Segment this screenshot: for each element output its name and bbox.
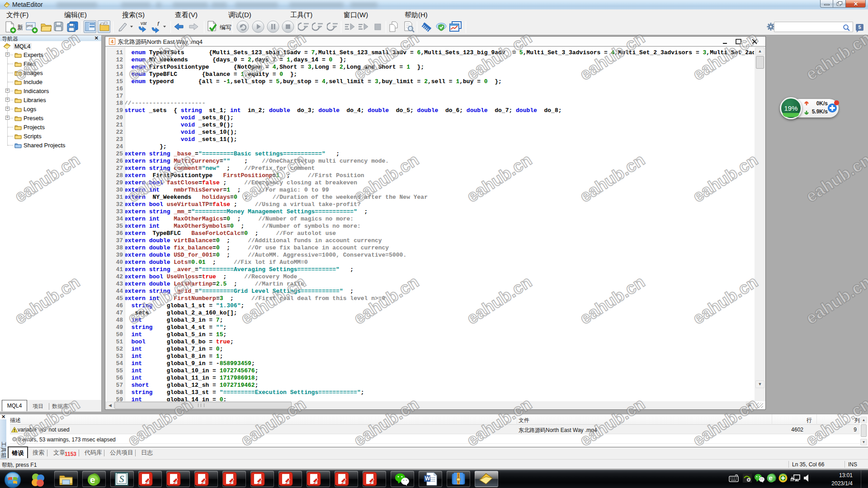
svg-text:proj: proj xyxy=(27,23,33,28)
svg-text:e: e xyxy=(90,474,95,485)
svg-text:W: W xyxy=(425,475,430,482)
svg-text:e: e xyxy=(769,474,773,482)
svg-text:var: var xyxy=(141,21,147,26)
svg-text:f: f xyxy=(157,20,160,27)
